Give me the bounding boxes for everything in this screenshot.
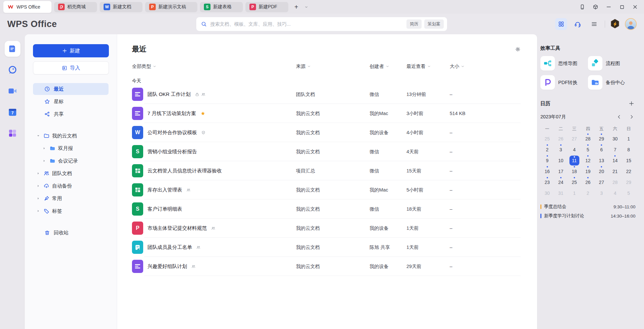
chevron-right-icon[interactable] — [36, 197, 41, 200]
menu-icon[interactable] — [588, 18, 600, 30]
vip-badge-icon[interactable] — [610, 18, 620, 30]
calendar-day[interactable]: 18 — [567, 166, 581, 177]
calendar-event[interactable]: 季度总结会9:30–11:00 — [540, 204, 635, 210]
calendar-day[interactable]: 13 — [595, 155, 608, 166]
filter-3[interactable]: 最近查看 — [406, 63, 450, 70]
minimize-button[interactable] — [603, 2, 614, 12]
rail-item-messages[interactable] — [5, 62, 20, 78]
calendar-day[interactable]: 1 — [567, 188, 581, 198]
filter-1[interactable]: 来源 — [296, 63, 370, 70]
search-input[interactable] — [210, 21, 406, 27]
close-button[interactable] — [629, 2, 641, 12]
chevron-right-icon[interactable] — [42, 147, 47, 150]
calendar-day[interactable]: 5 — [622, 188, 635, 198]
chevron-right-icon[interactable] — [36, 172, 41, 175]
calendar-day[interactable]: 17 — [554, 166, 567, 177]
search-bar[interactable]: 简历策划案 — [196, 17, 447, 31]
calendar-day[interactable]: 28 — [608, 177, 622, 188]
calendar-day[interactable]: 26 — [581, 177, 595, 188]
calendar-day[interactable]: 30 — [608, 133, 622, 144]
calendar-day[interactable]: 2 — [581, 188, 595, 198]
calendar-day[interactable]: 25 — [540, 133, 554, 144]
calendar-day[interactable]: 9 — [540, 155, 554, 166]
rail-item-apps[interactable] — [5, 125, 20, 141]
tab-document[interactable]: W新建文档 — [100, 2, 143, 12]
calendar-day[interactable]: 14 — [608, 155, 622, 166]
settings-gear-icon[interactable] — [515, 46, 521, 52]
file-row[interactable]: 库存出入管理表我的云文档我的Mac5小时前– — [132, 180, 521, 199]
file-row[interactable]: 团队 OKR 工作计划团队文档微信13分钟前– — [132, 85, 521, 104]
calendar-day[interactable]: 19 — [581, 166, 595, 177]
calendar-day[interactable]: 2 — [540, 144, 554, 155]
new-document-button[interactable]: 新建 — [33, 44, 109, 57]
calendar-day[interactable]: 30 — [540, 188, 554, 198]
calendar-day[interactable]: 22 — [622, 166, 635, 177]
search-tag[interactable]: 策划案 — [424, 19, 444, 29]
calendar-day[interactable]: 5 — [581, 144, 595, 155]
add-event-button[interactable] — [628, 100, 635, 107]
sidebar-item-star[interactable]: 星标 — [33, 96, 109, 107]
search-tag[interactable]: 简历 — [406, 19, 422, 29]
rail-item-meetings[interactable] — [5, 83, 20, 99]
calendar-day[interactable]: 20 — [595, 166, 608, 177]
calendar-day[interactable]: 8 — [622, 144, 635, 155]
calendar-day-selected[interactable]: 11 — [567, 155, 581, 166]
sidebar-item-trash[interactable]: 回收站 — [33, 227, 109, 239]
support-headset-icon[interactable] — [572, 18, 584, 30]
calendar-next-icon[interactable] — [628, 113, 635, 121]
sidebar-tree-item[interactable]: 标签 — [33, 205, 109, 217]
calendar-event[interactable]: 新季度学习计划讨论14:30–16:00 — [540, 213, 635, 219]
rail-item-calendar[interactable]: 7 — [5, 104, 20, 120]
calendar-day[interactable]: 26 — [554, 133, 567, 144]
tab-document[interactable]: 稻壳商城 — [54, 2, 97, 12]
calendar-day[interactable]: 4 — [608, 188, 622, 198]
file-row[interactable]: P市场主体登记提交材料规范我的云文档我的设备1天前– — [132, 219, 521, 238]
file-row[interactable]: W公司对外合作协议模板我的云文档我的设备4小时前– — [132, 123, 521, 142]
tool-flowchart[interactable]: 流程图 — [588, 56, 635, 71]
sidebar-tree-item[interactable]: 双月报 — [33, 142, 109, 154]
calendar-day[interactable]: 1 — [622, 133, 635, 144]
calendar-day[interactable]: 12 — [581, 155, 595, 166]
calendar-day[interactable]: 25 — [567, 177, 581, 188]
file-row[interactable]: 团队成员及分工名单我的云文档陈旭 共享1天前– — [132, 238, 521, 257]
import-button[interactable]: 导入 — [33, 61, 109, 75]
file-row[interactable]: 兴趣爱好组队计划我的云文档我的设备29天前– — [132, 257, 521, 276]
calendar-day[interactable]: 16 — [540, 166, 554, 177]
tab-document[interactable]: P新建演示文稿 — [145, 2, 197, 12]
sidebar-item-share[interactable]: 共享 — [33, 108, 109, 120]
file-row[interactable]: 云文档管人员信息统计表理器验收项目汇总微信15天前– — [132, 161, 521, 180]
calendar-day[interactable]: 29 — [622, 177, 635, 188]
tab-document[interactable]: P新建PDF — [245, 2, 288, 12]
tool-pdf-convert[interactable]: PDF转换 — [540, 75, 588, 90]
file-row[interactable]: S客户订单明细表我的云文档微信18天前– — [132, 199, 521, 219]
sidebar-item-clock[interactable]: 最近 — [33, 83, 109, 95]
rail-item-documents[interactable] — [5, 41, 20, 57]
tool-mindmap[interactable]: 思维导图 — [540, 56, 588, 71]
chevron-down-icon[interactable] — [36, 134, 41, 137]
calendar-day[interactable]: 24 — [554, 177, 567, 188]
mobile-button[interactable] — [577, 2, 588, 12]
maximize-button[interactable] — [616, 2, 628, 12]
sidebar-tree-item[interactable]: 自动备份 — [33, 180, 109, 192]
calendar-day[interactable]: 7 — [608, 144, 622, 155]
calendar-day[interactable]: 21 — [608, 166, 622, 177]
tab-home[interactable]: WPS Office — [3, 1, 51, 13]
calendar-day[interactable]: 31 — [554, 188, 567, 198]
calendar-day[interactable]: 27 — [567, 133, 581, 144]
tab-list-chevron-icon[interactable] — [302, 2, 311, 12]
calendar-day[interactable]: 15 — [622, 155, 635, 166]
sidebar-tree-item[interactable]: 常用 — [33, 193, 109, 204]
sidebar-tree-item[interactable]: 会议记录 — [33, 155, 109, 167]
calendar-day[interactable]: 4 — [567, 144, 581, 155]
filter-2[interactable]: 创建者 — [370, 63, 406, 70]
file-row[interactable]: S营销小组业绩分析报告我的云文档微信4天前– — [132, 142, 521, 161]
calendar-day[interactable]: 28 — [581, 133, 595, 144]
calendar-day[interactable]: 3 — [554, 144, 567, 155]
calendar-day[interactable]: 6 — [595, 144, 608, 155]
filter-4[interactable]: 大小 — [450, 63, 521, 70]
calendar-day[interactable]: 10 — [554, 155, 567, 166]
calendar-day[interactable]: 23 — [540, 177, 554, 188]
calendar-day[interactable]: 27 — [595, 177, 608, 188]
tool-backup[interactable]: 备份中心 — [588, 75, 635, 90]
calendar-prev-icon[interactable] — [615, 113, 623, 121]
